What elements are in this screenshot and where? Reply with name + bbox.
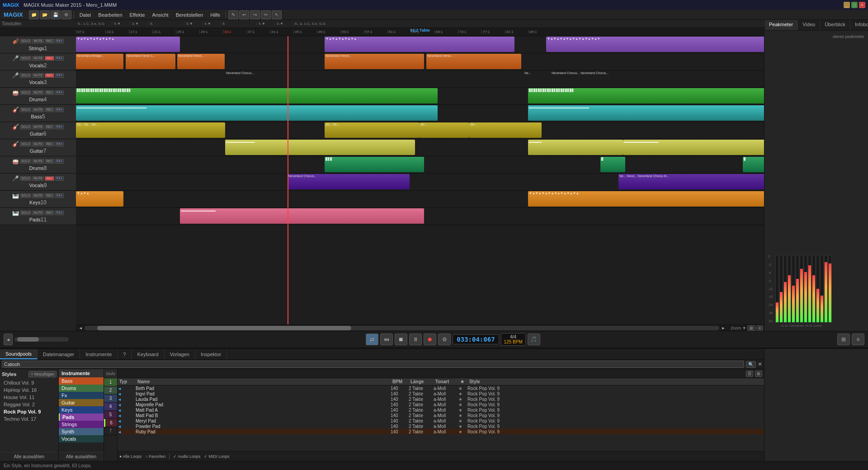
clip[interactable]: ▬▬▬▬ (528, 140, 623, 155)
zoom-fit-btn[interactable]: ⊞ (747, 325, 755, 331)
fx-btn-9[interactable]: FX+ (55, 176, 64, 181)
loop-row-4[interactable]: ◄ Matt Pad A 140 2 Takte a-Moll ★ Rock P… (118, 407, 764, 413)
h-scrollbar[interactable]: ◄ ► Zoom ▼ ⊞ ≡ (76, 324, 764, 331)
tab-instrumente[interactable]: Instrumente (80, 350, 118, 359)
clip[interactable]: ▼▲▼▲▼▲▼▲▼▲▼▲ (76, 37, 180, 52)
track-lane-1[interactable]: ▼▲▼▲▼▲▼▲▼▲▼▲ ▼▲▼▲▼▲▼▲▼▲ ▼▲▼▲▼▲▼▲▼▲▼▲▼▲▼▲… (76, 36, 764, 53)
fx-btn-7[interactable]: FX+ (55, 142, 64, 146)
clip[interactable]: Neverland Chorus... (225, 71, 388, 86)
clip[interactable]: ▬▬▬▬▬▬▬▬▬▬▬▬▬▬▬▬▬▬▬ (528, 105, 764, 121)
view-btn2[interactable]: ≡ (852, 334, 864, 345)
menu-bereitstellen[interactable]: Bereitstellen (172, 11, 207, 19)
loop-row-2[interactable]: ◄ Lauda Pad 140 2 Takte a-Moll ★ Rock Po… (118, 396, 764, 402)
rec-btn-11[interactable]: REC (45, 211, 54, 215)
style-item-4[interactable]: Reggae Vol. 2 (2, 401, 57, 408)
cell-star[interactable]: ★ (458, 413, 467, 418)
cell-star[interactable]: ★ (458, 391, 467, 396)
clip[interactable]: Str... Str... Str... (76, 122, 225, 138)
view-grid-btn[interactable]: ⊞ (755, 371, 762, 377)
rec-btn-3[interactable]: REC (45, 73, 54, 78)
rewind-button[interactable]: ⏮ (380, 334, 393, 345)
cell-star[interactable]: ★ (458, 423, 467, 429)
clip[interactable]: ▬▬▬▬▬▬▬▬▬ (225, 140, 415, 155)
solo-btn-7[interactable]: SOLO (20, 142, 31, 146)
tab-help[interactable]: ? (118, 350, 132, 359)
clip[interactable]: ▼▲▼▲▼▲▼▲▼▲▼▲▼▲▼▲ (528, 191, 764, 207)
settings-icon[interactable]: ⚙ (61, 10, 71, 19)
track-lane-5[interactable]: ▬▬▬▬▬▬▬▬▬▬▬▬▬▬▬▬▬▬▬▬▬▬ ▬▬▬▬▬▬▬▬▬▬▬▬▬▬▬▬▬… (76, 105, 764, 122)
level-4[interactable]: 4 (104, 403, 117, 411)
stop-button[interactable]: ⏹ (395, 334, 407, 345)
instrument-keys[interactable]: Keys (59, 406, 104, 414)
loop-row-5[interactable]: ◄ Matt Pad B 140 2 Takte a-Moll ★ Rock P… (118, 413, 764, 418)
track-lane-2[interactable]: Neverland Bridge... Neverland Verse 1...… (76, 53, 764, 70)
mute-btn-5[interactable]: MUTE (32, 108, 44, 112)
loop-row-0[interactable]: ◄ Beth Pad 140 2 Takte a-Moll ★ Rock Pop… (118, 385, 764, 391)
menu-effekte[interactable]: Effekte (126, 11, 149, 19)
fx-btn-10[interactable]: FX+ (55, 193, 64, 198)
style-item-6[interactable]: Techno Vol. 17 (2, 415, 57, 423)
tool-btn1[interactable]: ✎ (228, 10, 238, 19)
cell-star[interactable]: ★ (458, 429, 467, 434)
rec-btn-6[interactable]: REC (45, 125, 54, 129)
fx-btn-4[interactable]: FX+ (55, 90, 64, 95)
solo-btn-5[interactable]: SOLO (20, 108, 31, 112)
select-all-instr-btn[interactable]: Alle auswählen (59, 452, 104, 461)
style-item-1[interactable]: Chillout Vol. 9 (2, 379, 57, 386)
style-item-3[interactable]: House Vol. 11 (2, 394, 57, 401)
loop-row-1[interactable]: ◄ Ingvi Pad 140 2 Takte a-Moll ★ Rock Po… (118, 391, 764, 396)
fx-btn-5[interactable]: FX+ (55, 108, 64, 112)
clip[interactable]: ▊ (600, 157, 625, 172)
close-search-btn[interactable]: ✕ (758, 361, 762, 367)
clip[interactable]: ▊▋▊▋▊▋▊▋▊▋▊▋▊▋▊▋▊▋▊▋▊▋▊▋ (76, 88, 438, 103)
record-button[interactable]: ⏺ (424, 334, 436, 345)
rec-btn-10[interactable]: REC (45, 193, 54, 198)
view-btn1[interactable]: ⊞ (837, 334, 850, 345)
clip[interactable]: Neverland Verse... (426, 54, 521, 69)
solo-btn-1[interactable]: SOLO (20, 39, 31, 43)
loop-row-8[interactable]: ◄ Ruby Pad 140 2 Takte a-Moll ★ Rock Pop… (118, 429, 764, 434)
clip[interactable]: Str... (420, 122, 469, 138)
track-lane-8[interactable]: ▊▋▊ ▊ ▊ (76, 156, 764, 174)
tab-vorlagen[interactable]: Vorlagen (165, 350, 195, 359)
maximize-button[interactable]: □ (851, 2, 858, 8)
mute-btn-10[interactable]: MUTE (32, 193, 44, 198)
level-2[interactable]: 2 (104, 386, 117, 395)
level-7[interactable]: 7 (104, 427, 117, 435)
rec-btn-7[interactable]: REC (45, 142, 54, 146)
solo-btn-10[interactable]: SOLO (20, 193, 31, 198)
solo-btn-3[interactable]: SOLO (20, 73, 31, 78)
track-lane-4[interactable]: ▊▋▊▋▊▋▊▋▊▋▊▋▊▋▊▋▊▋▊▋▊▋▊▋ ▊▋▊▋▊▋▊▋▊▋▊▋▊▋▊… (76, 88, 764, 105)
track-lane-7[interactable]: ▬▬▬▬▬▬▬▬▬ ▬▬▬▬ ▬▬▬▬▬▬▬▬▬▬▬ (76, 139, 764, 156)
scroll-track[interactable] (85, 326, 719, 330)
style-item-5[interactable]: Rock Pop Vol. 9 (2, 408, 57, 415)
clip[interactable]: ▬▬▬▬▬▬▬▬▬▬▬ (623, 140, 764, 155)
clip[interactable]: Neverland Chorus... (288, 174, 410, 189)
filter-favoriten[interactable]: ○Favoriten (145, 454, 165, 459)
cursor-btn[interactable]: ↖ (272, 10, 282, 19)
fx-btn-6[interactable]: FX+ (55, 125, 64, 129)
cell-star[interactable]: ★ (458, 418, 467, 423)
pause-button[interactable]: ⏸ (409, 334, 422, 345)
rec-btn-1[interactable]: REC (45, 39, 54, 43)
rec-btn-5[interactable]: REC (45, 108, 54, 112)
ruler[interactable]: 93:2 Takte 07:1 13:1 17:1 21:1 25:1 29:1… (76, 28, 764, 36)
fx-btn-1[interactable]: FX+ (55, 39, 64, 43)
rec-btn-2[interactable]: REC (45, 56, 54, 61)
loop-row-6[interactable]: ◄ Meryl Pad 140 2 Takte a-Moll ★ Rock Po… (118, 418, 764, 423)
mute-btn-9[interactable]: MUTE (32, 176, 44, 181)
mute-btn-11[interactable]: MUTE (32, 211, 44, 215)
clip[interactable]: ▊ (743, 157, 764, 172)
rec-btn-8[interactable]: REC (45, 159, 54, 164)
rec-btn-9[interactable]: REC (45, 176, 54, 181)
solo-btn-11[interactable]: SOLO (20, 211, 31, 215)
instrument-bass[interactable]: Bass (59, 377, 104, 385)
clip[interactable]: Neverland Verse... (325, 54, 424, 69)
clip[interactable]: Ne... Neve... Neverland Chorus B... (618, 174, 764, 189)
tab-inspektor[interactable]: Inspektor (195, 350, 227, 359)
tab-dateimanager[interactable]: Dateimanager (38, 350, 80, 359)
clip[interactable]: Neverland Verse 1... (126, 54, 175, 69)
rec-btn-4[interactable]: REC (45, 90, 54, 95)
clip[interactable]: Str... (469, 122, 542, 138)
solo-btn-6[interactable]: SOLO (20, 125, 31, 129)
